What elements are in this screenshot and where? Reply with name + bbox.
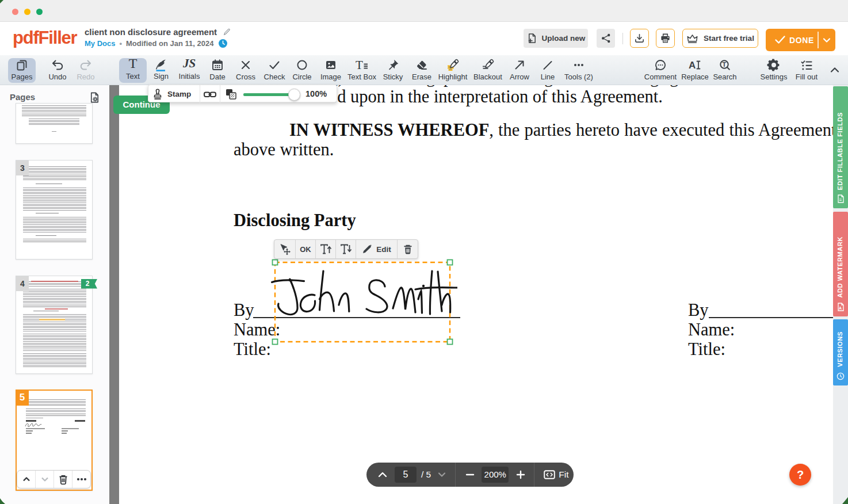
svg-text:T: T xyxy=(723,61,727,68)
svg-text:T: T xyxy=(356,58,363,72)
svg-text:A: A xyxy=(839,306,842,310)
svg-text:A: A xyxy=(689,60,696,71)
